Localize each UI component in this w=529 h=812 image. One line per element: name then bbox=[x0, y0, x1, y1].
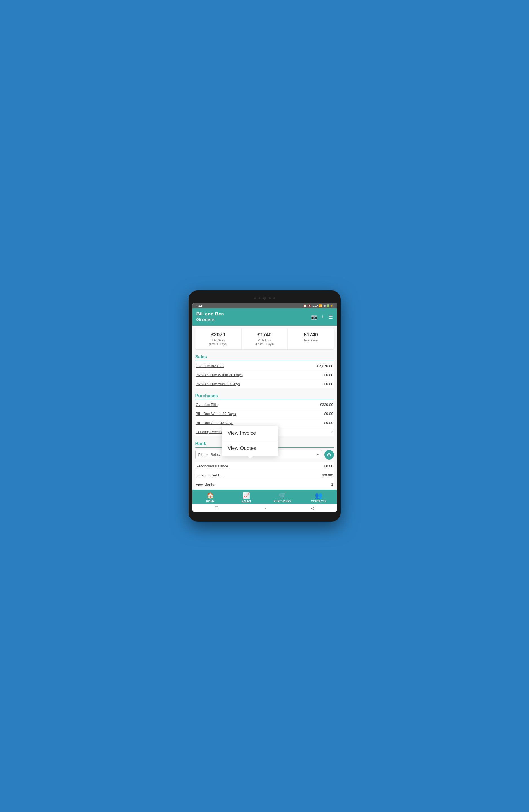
app-header: Bill and Ben Grocers 📷 + ☰ bbox=[192, 308, 337, 325]
invoices-after-30-label: Invoices Due After 30 Days bbox=[196, 382, 240, 386]
status-mute-icon: 🔇 bbox=[308, 304, 311, 307]
nav-sales[interactable]: 📈 SALES bbox=[238, 492, 254, 503]
summary-card-reserve: £1740 Total Reser bbox=[288, 329, 334, 349]
pending-receipts-value: 2 bbox=[331, 430, 333, 434]
bank-add-button[interactable]: ⊕ bbox=[324, 450, 334, 460]
total-sales-value: £2070 bbox=[197, 332, 239, 338]
nav-purchases-label: PURCHASES bbox=[274, 500, 291, 503]
camera-bar bbox=[192, 295, 337, 301]
list-item[interactable]: Bills Due Within 30 Days £0.00 bbox=[195, 409, 334, 418]
indicator-dot bbox=[254, 298, 256, 299]
tablet-screen: 4:22 ⏰ 🔇 1.00 📶 86🔋⚡ Bill and Ben Grocer… bbox=[192, 303, 337, 512]
invoices-within-30-value: £0.00 bbox=[324, 373, 334, 377]
status-signal-text: 1.00 bbox=[312, 304, 318, 307]
menu-icon[interactable]: ☰ bbox=[328, 314, 333, 320]
sales-list: Overdue Invoices £2,070.00 Invoices Due … bbox=[195, 361, 334, 388]
bills-within-30-label: Bills Due Within 30 Days bbox=[196, 412, 236, 416]
nav-home-label: HOME bbox=[206, 500, 215, 503]
nav-contacts[interactable]: 👥 CONTACTS bbox=[310, 492, 327, 503]
android-home-button[interactable]: ○ bbox=[264, 506, 266, 510]
sales-section: Sales Overdue Invoices £2,070.00 Invoice… bbox=[195, 352, 334, 388]
bank-list: Reconciled Balance £0.00 Unreconciled B.… bbox=[195, 462, 334, 489]
overdue-bills-label: Overdue Bills bbox=[196, 403, 218, 407]
contacts-icon: 👥 bbox=[315, 492, 322, 499]
list-item[interactable]: Overdue Bills £330.00 bbox=[195, 400, 334, 409]
profit-loss-value: £1740 bbox=[243, 332, 286, 338]
purchases-icon: 🛒 bbox=[279, 492, 286, 499]
bills-after-30-value: £0.00 bbox=[324, 421, 334, 425]
list-item[interactable]: Reconciled Balance £0.00 bbox=[195, 462, 334, 471]
indicator-dot bbox=[274, 298, 275, 299]
summary-cards: £2070 Total Sales(Last 90 Days) £1740 Pr… bbox=[195, 329, 334, 349]
reconciled-balance-value: £0.00 bbox=[324, 464, 334, 468]
reconciled-balance-label: Reconciled Balance bbox=[196, 464, 228, 468]
list-item[interactable]: Invoices Due After 30 Days £0.00 bbox=[195, 379, 334, 388]
status-icons: ⏰ 🔇 1.00 📶 86🔋⚡ bbox=[303, 304, 334, 307]
summary-card-sales: £2070 Total Sales(Last 90 Days) bbox=[195, 329, 241, 349]
bills-after-30-label: Bills Due After 30 Days bbox=[196, 421, 233, 425]
status-wifi-icon: 📶 bbox=[319, 304, 322, 307]
pending-receipts-label: Pending Receipts bbox=[196, 430, 225, 434]
profit-loss-label: Profit Loss(Last 90 Days) bbox=[243, 338, 286, 346]
view-banks-value: 1 bbox=[331, 482, 333, 487]
status-bar: 4:22 ⏰ 🔇 1.00 📶 86🔋⚡ bbox=[192, 303, 337, 308]
view-quotes-button[interactable]: View Quotes bbox=[222, 441, 278, 456]
nav-contacts-label: CONTACTS bbox=[311, 500, 326, 503]
sales-section-title: Sales bbox=[195, 352, 334, 361]
indicator-dot bbox=[269, 298, 270, 299]
nav-purchases[interactable]: 🛒 PURCHASES bbox=[274, 492, 291, 503]
plus-circle-icon: ⊕ bbox=[327, 452, 331, 458]
status-battery-icon: 86🔋⚡ bbox=[323, 304, 333, 307]
list-item[interactable]: Unreconciled B... (£0.00) bbox=[195, 471, 334, 480]
nav-home[interactable]: 🏠 HOME bbox=[202, 492, 219, 503]
home-icon: 🏠 bbox=[207, 492, 214, 499]
content-area: £2070 Total Sales(Last 90 Days) £1740 Pr… bbox=[192, 325, 337, 490]
app-title: Bill and Ben Grocers bbox=[196, 311, 224, 323]
header-icons: 📷 + ☰ bbox=[311, 314, 333, 320]
purchases-section-title: Purchases bbox=[195, 391, 334, 400]
android-back-button[interactable]: ◁ bbox=[311, 506, 314, 510]
sales-icon: 📈 bbox=[243, 492, 250, 499]
bottom-nav: 🏠 HOME 📈 SALES 🛒 PURCHASES 👥 CONTACTS bbox=[192, 490, 337, 504]
list-item[interactable]: Overdue Invoices £2,070.00 bbox=[195, 361, 334, 371]
overdue-invoices-value: £2,070.00 bbox=[317, 364, 334, 368]
list-item[interactable]: View Banks 1 bbox=[195, 480, 334, 489]
indicator-dot bbox=[259, 298, 261, 299]
android-nav-bar: ☰ ○ ◁ bbox=[192, 504, 337, 512]
nav-sales-label: SALES bbox=[241, 500, 251, 503]
android-menu-button[interactable]: ☰ bbox=[215, 506, 218, 510]
camera-icon[interactable]: 📷 bbox=[311, 314, 317, 320]
invoices-within-30-label: Invoices Due Within 30 Days bbox=[196, 373, 243, 377]
overdue-invoices-label: Overdue Invoices bbox=[196, 364, 224, 368]
summary-card-profit: £1740 Profit Loss(Last 90 Days) bbox=[241, 329, 288, 349]
front-camera bbox=[263, 297, 266, 300]
view-invoice-button[interactable]: View Invoice bbox=[222, 426, 278, 441]
unreconciled-balance-value: (£0.00) bbox=[322, 473, 333, 477]
total-sales-label: Total Sales(Last 90 Days) bbox=[197, 338, 239, 346]
tablet-device: 4:22 ⏰ 🔇 1.00 📶 86🔋⚡ Bill and Ben Grocer… bbox=[189, 290, 341, 522]
add-icon[interactable]: + bbox=[321, 314, 324, 320]
chevron-down-icon: ▾ bbox=[317, 452, 319, 457]
total-reserve-value: £1740 bbox=[290, 332, 332, 338]
unreconciled-balance-label: Unreconciled B... bbox=[196, 473, 224, 477]
list-item[interactable]: Invoices Due Within 30 Days £0.00 bbox=[195, 371, 334, 379]
popup-menu: View Invoice View Quotes bbox=[222, 426, 278, 456]
total-reserve-label: Total Reser bbox=[290, 338, 332, 342]
bills-within-30-value: £0.00 bbox=[324, 412, 334, 416]
status-alarm-icon: ⏰ bbox=[303, 304, 307, 307]
view-banks-label: View Banks bbox=[196, 482, 215, 487]
invoices-after-30-value: £0.00 bbox=[324, 382, 334, 386]
tablet-bottom-bar bbox=[192, 512, 337, 517]
status-time: 4:22 bbox=[196, 304, 202, 307]
overdue-bills-value: £330.00 bbox=[320, 403, 334, 407]
bank-select-placeholder: Please Select bbox=[199, 452, 221, 457]
